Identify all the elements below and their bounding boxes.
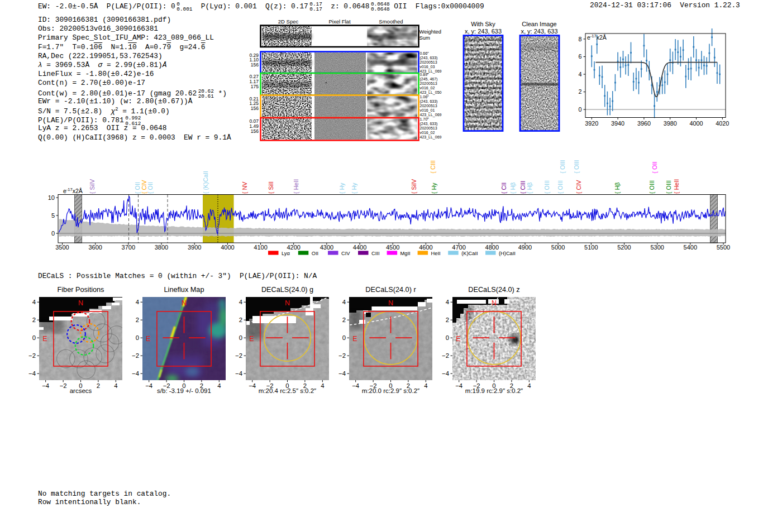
svg-text:N: N xyxy=(492,299,497,307)
svg-text:Smoothed: Smoothed xyxy=(379,18,403,25)
svg-text:HeII: HeII xyxy=(293,179,299,190)
svg-text:−4: −4 xyxy=(249,382,256,389)
svg-text:N: N xyxy=(78,299,83,307)
svg-text:{: { xyxy=(649,191,655,194)
svg-text:OIII: OIII xyxy=(543,180,550,190)
svg-text:4500: 4500 xyxy=(386,244,399,251)
svg-text:0: 0 xyxy=(32,334,36,341)
svg-text:0.66″: 0.66″ xyxy=(420,51,430,55)
svg-text:HeII: HeII xyxy=(673,179,680,190)
svg-text:CIII: CIII xyxy=(519,181,526,190)
svg-text:5200: 5200 xyxy=(617,244,631,251)
svg-text:Hβ: Hβ xyxy=(526,182,533,190)
svg-text:−2: −2 xyxy=(442,352,449,359)
svg-text:(K)CaII: (K)CaII xyxy=(461,251,478,256)
svg-text:4600: 4600 xyxy=(419,244,432,251)
svg-text:{: { xyxy=(527,191,533,194)
svg-text:3920: 3920 xyxy=(585,120,598,127)
svg-text:OII: OII xyxy=(134,182,141,190)
svg-text:{: { xyxy=(411,191,417,194)
svg-text:−4: −4 xyxy=(352,382,359,389)
svg-text:{: { xyxy=(135,191,141,194)
svg-text:HeII: HeII xyxy=(431,251,441,256)
svg-text:{: { xyxy=(614,191,621,194)
svg-text:Weighted: Weighted xyxy=(419,28,441,35)
svg-text:{: { xyxy=(141,191,147,194)
svg-text:5400: 5400 xyxy=(684,244,697,251)
svg-text:v016_02: v016_02 xyxy=(420,131,435,135)
svg-text:E: E xyxy=(456,335,460,343)
svg-text:−4: −4 xyxy=(235,370,242,377)
svg-text:Hβ: Hβ xyxy=(614,182,621,190)
svg-text:{: { xyxy=(652,171,658,174)
svg-text:(245, 467): (245, 467) xyxy=(420,77,438,82)
svg-text:4000: 4000 xyxy=(689,120,703,127)
svg-text:−2: −2 xyxy=(60,382,67,389)
svg-text:4: 4 xyxy=(446,299,449,305)
svg-text:{: { xyxy=(203,191,209,194)
svg-text:OIII: OIII xyxy=(557,180,564,190)
svg-text:arcsecs: arcsecs xyxy=(70,387,92,394)
svg-text:N: N xyxy=(285,299,290,307)
svg-text:10: 10 xyxy=(48,194,55,201)
svg-text:20200513: 20200513 xyxy=(420,82,437,85)
svg-text:4300: 4300 xyxy=(320,244,333,251)
svg-text:OII: OII xyxy=(651,162,658,170)
svg-text:175: 175 xyxy=(251,84,259,89)
svg-text:2: 2 xyxy=(446,317,449,323)
svg-text:Lyα: Lyα xyxy=(282,251,290,256)
svg-text:CIII: CIII xyxy=(430,160,436,170)
svg-text:5000: 5000 xyxy=(551,244,565,251)
svg-text:2: 2 xyxy=(136,317,139,323)
svg-text:4: 4 xyxy=(321,382,324,389)
svg-text:5: 5 xyxy=(51,212,55,219)
svg-text:v016_03: v016_03 xyxy=(420,65,435,69)
svg-text:Pixel Flat: Pixel Flat xyxy=(328,18,350,25)
svg-text:(243, 633): (243, 633) xyxy=(420,122,438,126)
svg-text:20200513: 20200513 xyxy=(420,126,437,130)
svg-text:−4: −4 xyxy=(442,370,449,377)
svg-text:1.06″: 1.06″ xyxy=(420,95,430,99)
svg-text:4000: 4000 xyxy=(221,244,234,251)
svg-text:3500: 3500 xyxy=(55,244,69,251)
svg-text:OIII: OIII xyxy=(573,160,580,170)
svg-text:20200513: 20200513 xyxy=(420,60,437,64)
svg-text:5300: 5300 xyxy=(650,244,664,251)
svg-text:2: 2 xyxy=(32,317,36,323)
svg-text:156: 156 xyxy=(251,106,259,111)
svg-text:−4: −4 xyxy=(42,382,49,389)
svg-text:3980: 3980 xyxy=(664,120,677,127)
svg-text:4: 4 xyxy=(114,382,117,389)
svg-text:−4: −4 xyxy=(28,370,36,377)
svg-text:4900: 4900 xyxy=(518,244,532,251)
svg-text:{: { xyxy=(430,171,436,174)
svg-text:5100: 5100 xyxy=(584,244,598,251)
svg-text:4200: 4200 xyxy=(287,244,300,251)
svg-text:{: { xyxy=(557,191,564,194)
svg-text:E: E xyxy=(146,335,150,343)
svg-text:CIV: CIV xyxy=(341,251,350,256)
svg-text:{: { xyxy=(339,191,345,194)
svg-text:{: { xyxy=(510,191,516,194)
svg-text:4: 4 xyxy=(136,299,139,305)
svg-text:{: { xyxy=(544,191,550,194)
svg-text:DECaLS(24.0) z: DECaLS(24.0) z xyxy=(468,286,519,294)
svg-text:x, y: 243, 633: x, y: 243, 633 xyxy=(465,28,502,35)
svg-text:4400: 4400 xyxy=(353,244,366,251)
svg-text:4800: 4800 xyxy=(485,244,499,251)
svg-text:0.89″: 0.89″ xyxy=(420,73,430,76)
svg-text:3960: 3960 xyxy=(637,120,651,127)
svg-text:8: 8 xyxy=(578,36,581,42)
svg-text:{: { xyxy=(576,191,582,194)
svg-text:0: 0 xyxy=(136,334,139,341)
svg-text:423_LL_069: 423_LL_069 xyxy=(420,135,442,140)
svg-text:{: { xyxy=(147,191,154,194)
svg-text:2: 2 xyxy=(578,88,581,95)
svg-text:SiIV: SiIV xyxy=(89,179,96,190)
svg-text:{: { xyxy=(351,191,357,194)
svg-text:CIII: CIII xyxy=(371,251,379,256)
svg-text:{: { xyxy=(674,191,680,194)
svg-text:4020: 4020 xyxy=(716,120,729,127)
svg-text:6: 6 xyxy=(578,53,581,60)
svg-text:156: 156 xyxy=(251,62,259,68)
